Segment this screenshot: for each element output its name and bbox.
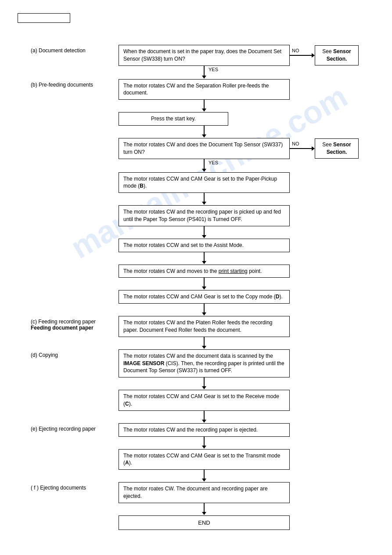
arrow-c1 <box>119 337 290 349</box>
process-e2: The motor rotates CCW and CAM Gear is se… <box>119 449 290 470</box>
section-f-label: ( f ) Ejecting documents <box>31 482 119 491</box>
section-e-content: The motor rotates CW and the recording p… <box>119 423 374 482</box>
arrow-d1 <box>119 377 290 390</box>
section-b-content: The motor rotates CW and the Separation … <box>119 79 382 316</box>
section-d: (d) Copying The motor rotates CW and the… <box>31 349 374 423</box>
yes-label-b: YES <box>209 160 218 165</box>
process-b4-text: The motor rotates CW and the recording p… <box>123 209 281 222</box>
section-c-content: The motor rotates CW and the Platen Roll… <box>119 316 374 349</box>
no-arrow-head-a <box>312 53 315 58</box>
process-c1: The motor rotates CW and the Platen Roll… <box>119 316 290 337</box>
yes-label-a: YES <box>209 67 218 72</box>
no-arrow-line-a: NO <box>290 55 312 56</box>
decision-wrapper-a: When the document is set in the paper tr… <box>119 45 382 66</box>
flowchart: (a) Document detection When the document… <box>31 45 374 530</box>
page: manualmachine.com (a) Document detection… <box>0 0 392 543</box>
arrow-e2 <box>119 470 290 482</box>
section-b-label-text: (b) Pre-feeding documents <box>31 82 93 88</box>
no-arrow-line-b: NO <box>290 148 312 149</box>
process-b3: The motor rotates CCW and CAM Gear is se… <box>119 172 290 193</box>
section-e-label: (e) Ejecting recording paper <box>31 423 119 432</box>
decision-box-b: The motor rotates CW and does the Docume… <box>119 138 290 159</box>
arrow-b3 <box>119 193 290 205</box>
section-d-content: The motor rotates CW and the document da… <box>119 349 374 423</box>
no-label-b: NO <box>292 141 299 146</box>
sensor-box-b: See Sensor Section. <box>315 138 359 159</box>
decision-box-a: When the document is set in the paper tr… <box>119 45 290 66</box>
section-a-content: When the document is set in the paper tr… <box>119 45 382 79</box>
decision-wrapper-b: The motor rotates CW and does the Docume… <box>119 138 382 159</box>
arrow-b7 <box>119 304 290 316</box>
no-branch-a: NO See Sensor Section. <box>290 49 359 62</box>
section-e-label-text: (e) Ejecting recording paper <box>31 426 96 432</box>
process-b6: The motor rotates CW and moves to the pr… <box>119 265 290 278</box>
end-label: END <box>198 519 210 526</box>
arrow-b6 <box>119 278 290 290</box>
arrow-d2 <box>119 411 290 423</box>
no-arrow-head-b <box>312 146 315 151</box>
header-box <box>18 13 70 23</box>
process-f1: The motor roates CW. The document and re… <box>119 482 290 503</box>
arrow-b1 <box>119 100 290 112</box>
section-f: ( f ) Ejecting documents The motor roate… <box>31 482 374 515</box>
section-c-label: (c) Feeding recording paperFeeding docum… <box>31 316 119 331</box>
arrow-yes-a: YES <box>119 66 290 79</box>
process-b2-text: Press the start key. <box>151 116 196 122</box>
no-label-a: NO <box>292 48 299 53</box>
section-d-label: (d) Copying <box>31 349 119 358</box>
arrow-b2 <box>119 126 290 138</box>
section-c: (c) Feeding recording paperFeeding docum… <box>31 316 374 349</box>
section-e: (e) Ejecting recording paper The motor r… <box>31 423 374 482</box>
section-f-content: The motor roates CW. The document and re… <box>119 482 374 515</box>
section-d-label-text: (d) Copying <box>31 352 58 358</box>
arrow-b4 <box>119 226 290 239</box>
section-b-label: (b) Pre-feeding documents <box>31 79 119 88</box>
arrow-yes-b: YES <box>119 159 290 172</box>
section-f-label-text: ( f ) Ejecting documents <box>31 485 86 491</box>
section-c-label-text: (c) Feeding recording paperFeeding docum… <box>31 319 96 331</box>
process-d1: The motor rotates CW and the document da… <box>119 349 290 377</box>
arrow-e1 <box>119 437 290 449</box>
process-b1: The motor rotates CW and the Separation … <box>119 79 290 100</box>
section-a-label: (a) Document detection <box>31 45 119 54</box>
process-b5: The motor rotates CCW and set to the Ass… <box>119 239 290 252</box>
process-c1-text: The motor rotates CW and the Platen Roll… <box>123 319 273 333</box>
sensor-box-a: See Sensor Section. <box>315 45 359 65</box>
arrow-f1 <box>119 503 290 515</box>
process-b4: The motor rotates CW and the recording p… <box>119 205 290 226</box>
process-d2: The motor rotates CCW and CAM Gear is se… <box>119 390 290 411</box>
process-e1: The motor rotates CW and the recording p… <box>119 423 290 437</box>
process-b5-text: The motor rotates CCW and set to the Ass… <box>123 242 244 248</box>
no-branch-b: NO See Sensor Section. <box>290 142 359 155</box>
arrow-b5 <box>119 252 290 265</box>
decision-box-b-text: The motor rotates CW and does the Docume… <box>123 141 283 155</box>
process-f1-text: The motor roates CW. The document and re… <box>123 486 268 499</box>
section-b: (b) Pre-feeding documents The motor rota… <box>31 79 374 316</box>
process-b1-text: The motor rotates CW and the Separation … <box>123 83 269 96</box>
process-b2: Press the start key. <box>119 112 228 126</box>
process-e1-text: The motor rotates CW and the recording p… <box>123 427 258 433</box>
section-a: (a) Document detection When the document… <box>31 45 374 79</box>
end-box: END <box>119 515 290 530</box>
decision-box-a-text: When the document is set in the paper tr… <box>123 48 281 62</box>
end-row: END <box>119 515 374 530</box>
process-b7: The motor rotates CCW and CAM Gear is se… <box>119 290 290 304</box>
